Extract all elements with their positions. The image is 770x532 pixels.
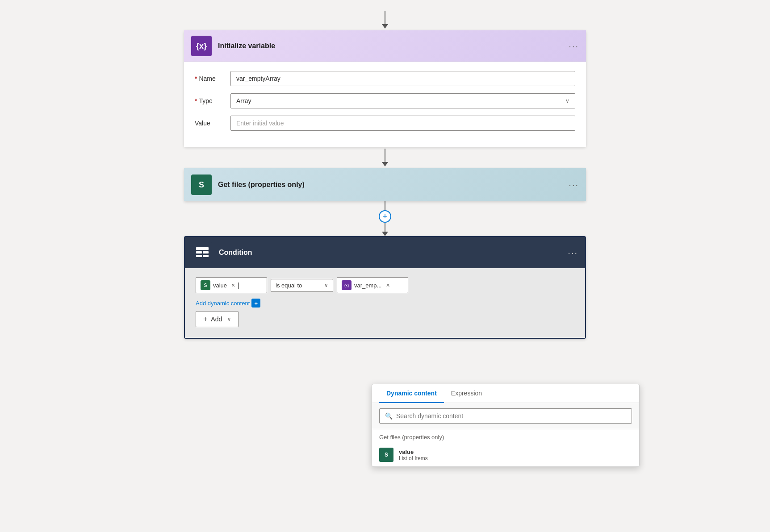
- arrow-line-2: [385, 149, 385, 162]
- init-var-menu[interactable]: ···: [569, 41, 579, 51]
- get-files-header: S Get files (properties only) ···: [184, 168, 586, 201]
- svg-rect-0: [196, 247, 209, 250]
- popup-item-value[interactable]: S value List of Items: [372, 443, 639, 466]
- add-button-icon: +: [203, 315, 207, 323]
- arrow-line: [385, 11, 385, 24]
- name-label: *Name: [195, 75, 230, 82]
- initialize-variable-card: {x} Initialize variable ··· *Name *Type …: [184, 30, 586, 147]
- cursor-indicator: |: [238, 282, 239, 289]
- popup-search-area: 🔍: [372, 403, 639, 429]
- operator-dropdown[interactable]: is equal to ∨: [271, 279, 333, 292]
- arrow-head-3: [382, 232, 388, 236]
- name-input[interactable]: [230, 71, 575, 86]
- right-chip-close[interactable]: ×: [386, 282, 389, 289]
- type-chevron: ∨: [565, 98, 569, 104]
- operator-text: is equal to: [276, 282, 322, 289]
- left-chip-close[interactable]: ×: [231, 282, 235, 289]
- popup-tabs: Dynamic content Expression: [372, 384, 639, 403]
- get-files-card: S Get files (properties only) ···: [184, 168, 586, 201]
- svg-rect-1: [196, 251, 202, 254]
- popup-item-name: value: [399, 449, 428, 455]
- svg-rect-2: [203, 251, 209, 254]
- init-var-title: Initialize variable: [218, 42, 569, 50]
- right-chip-icon: {x}: [342, 280, 352, 290]
- tab-dynamic-content[interactable]: Dynamic content: [379, 384, 444, 403]
- arrow-head-2: [382, 162, 388, 166]
- plus-line-bottom: [385, 223, 385, 232]
- type-select[interactable]: Array ∨: [230, 93, 575, 108]
- add-dynamic-content-link[interactable]: Add dynamic content +: [196, 299, 574, 308]
- type-label: *Type: [195, 97, 230, 104]
- name-field-row: *Name: [195, 71, 575, 86]
- popup-section-header: Get files (properties only): [372, 429, 639, 443]
- dynamic-search-input[interactable]: [396, 412, 626, 420]
- get-files-title: Get files (properties only): [218, 181, 569, 189]
- condition-icon: [192, 242, 213, 263]
- middle-arrow-connector: [382, 149, 388, 166]
- search-input-wrapper: 🔍: [379, 408, 632, 424]
- right-chip-text: var_emp...: [354, 282, 381, 289]
- condition-menu[interactable]: ···: [568, 248, 578, 258]
- condition-card: Condition ··· S value × | is equal to ∨: [184, 236, 586, 339]
- value-label: Value: [195, 120, 230, 127]
- condition-header: Condition ···: [185, 237, 585, 268]
- add-chevron: ∨: [227, 316, 231, 322]
- plus-circle-button[interactable]: +: [379, 210, 391, 223]
- left-chip-text: value: [213, 282, 227, 289]
- value-input[interactable]: [230, 116, 575, 131]
- condition-row: S value × | is equal to ∨ {x} var_emp...: [196, 277, 574, 293]
- plus-line-top: [385, 201, 385, 210]
- left-value-chip: S value × |: [196, 277, 267, 293]
- plus-connector: +: [379, 201, 391, 236]
- get-files-menu[interactable]: ···: [569, 180, 579, 190]
- svg-rect-3: [196, 255, 202, 257]
- name-required-star: *: [195, 75, 197, 82]
- operator-chevron: ∨: [324, 282, 328, 288]
- type-required-star: *: [195, 97, 197, 104]
- value-field-row: Value: [195, 116, 575, 131]
- left-chip-icon: S: [201, 280, 210, 290]
- dynamic-content-popup: Dynamic content Expression 🔍 Get files (…: [372, 384, 640, 467]
- condition-icon-svg: [195, 245, 209, 260]
- right-value-chip: {x} var_emp... ×: [337, 277, 408, 293]
- arrow-head: [382, 24, 388, 29]
- tab-expression[interactable]: Expression: [444, 384, 489, 403]
- top-arrow-connector: [382, 11, 388, 29]
- get-files-icon: S: [191, 175, 212, 195]
- popup-item-icon: S: [379, 448, 393, 462]
- add-dynamic-btn[interactable]: +: [251, 299, 260, 308]
- init-var-header: {x} Initialize variable ···: [184, 30, 586, 62]
- search-icon: 🔍: [385, 412, 393, 420]
- svg-rect-4: [203, 255, 209, 257]
- init-var-body: *Name *Type Array ∨ Value: [184, 62, 586, 147]
- condition-title: Condition: [219, 249, 568, 257]
- add-button[interactable]: + Add ∨: [196, 311, 239, 327]
- condition-body: S value × | is equal to ∨ {x} var_emp...: [185, 268, 585, 338]
- popup-item-sub: List of Items: [399, 455, 428, 461]
- init-var-icon: {x}: [191, 36, 212, 56]
- popup-item-text: value List of Items: [399, 449, 428, 461]
- type-field-row: *Type Array ∨: [195, 93, 575, 108]
